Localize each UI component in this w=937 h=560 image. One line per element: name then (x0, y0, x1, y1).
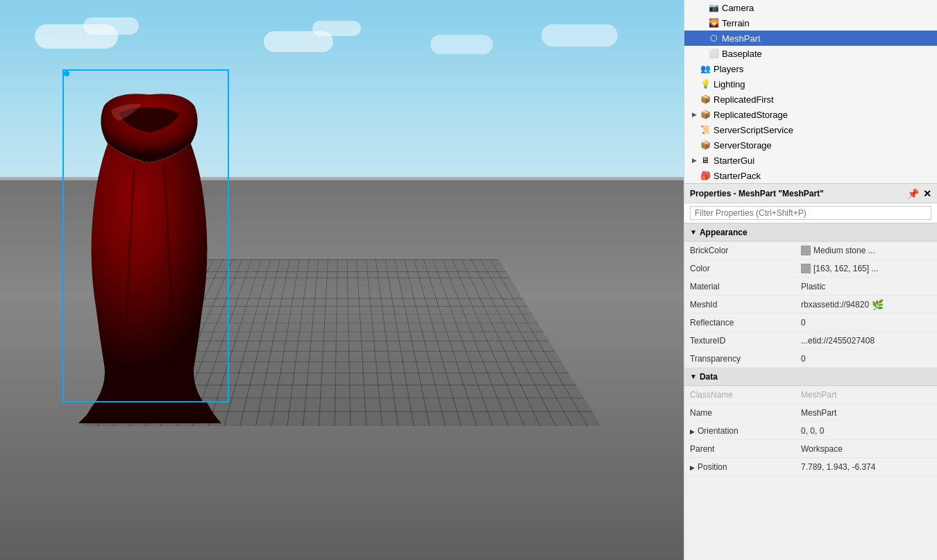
prop-value-text-meshid: rbxassetid://94820 (801, 300, 869, 309)
prop-name-parent: Parent (684, 444, 795, 454)
prop-value-classname[interactable]: MeshPart (795, 390, 937, 400)
expand-arrow-meshpart[interactable] (698, 34, 707, 42)
tree-item-serverscriptservice[interactable]: 📜ServerScriptService (684, 122, 937, 137)
expand-arrow-serverstorage[interactable] (690, 141, 698, 149)
prop-value-color[interactable]: [163, 162, 165] ... (795, 264, 937, 273)
prop-expand-arrow[interactable]: ▶ (690, 428, 695, 435)
tree-item-players[interactable]: 👥Players (684, 61, 937, 76)
prop-row-brickcolor[interactable]: BrickColorMedium stone ... (684, 241, 937, 260)
starterpack-icon: 🎒 (700, 170, 711, 181)
prop-value-reflectance[interactable]: 0 (795, 318, 937, 328)
replicatedstorage-icon: 📦 (700, 109, 711, 120)
asset-icon-meshid[interactable]: 🌿 (872, 299, 884, 310)
color-swatch-brickcolor (801, 246, 811, 255)
section-header-data[interactable]: ▼Data (684, 368, 937, 386)
filter-bar[interactable] (684, 203, 937, 223)
lighting-icon: 💡 (700, 78, 711, 90)
prop-row-position[interactable]: ▶Position7.789, 1.943, -6.374 (684, 458, 937, 476)
prop-row-parent[interactable]: ParentWorkspace (684, 440, 937, 458)
tree-item-replicatedstorage[interactable]: ▶📦ReplicatedStorage (684, 107, 937, 122)
prop-name-position: ▶Position (684, 462, 795, 472)
tree-item-meshpart[interactable]: ⬡MeshPart (684, 31, 937, 46)
prop-value-text-position: 7.789, 1.943, -6.374 (801, 462, 875, 472)
prop-value-position[interactable]: 7.789, 1.943, -6.374 (795, 462, 937, 472)
prop-row-textureid[interactable]: TextureID...etid://2455027408 (684, 332, 937, 350)
meshpart-label: MeshPart (722, 33, 761, 44)
expand-arrow-players[interactable] (690, 65, 698, 73)
prop-value-text-parent: Workspace (801, 444, 843, 454)
tree-item-terrain[interactable]: 🌄Terrain (684, 15, 937, 31)
expand-arrow-camera[interactable] (698, 3, 707, 12)
serverstorage-icon: 📦 (700, 139, 711, 151)
prop-row-orientation[interactable]: ▶Orientation0, 0, 0 (684, 422, 937, 440)
tree-item-startergui[interactable]: ▶🖥StarterGui (684, 153, 937, 168)
prop-row-name[interactable]: NameMeshPart (684, 404, 937, 422)
prop-value-transparency[interactable]: 0 (795, 354, 937, 364)
serverstorage-label: ServerStorage (714, 140, 772, 151)
prop-value-text-name: MeshPart (801, 408, 836, 418)
prop-name-name: Name (684, 408, 795, 418)
prop-name-orientation: ▶Orientation (684, 426, 795, 436)
tree-item-lighting[interactable]: 💡Lighting (684, 76, 937, 92)
prop-row-material[interactable]: MaterialPlastic (684, 278, 937, 296)
startergui-icon: 🖥 (700, 155, 711, 166)
prop-name-color: Color (684, 264, 795, 273)
camera-label: Camera (722, 3, 754, 13)
prop-row-classname[interactable]: ClassNameMeshPart (684, 386, 937, 404)
tree-item-baseplate[interactable]: ⬜Baseplate (684, 46, 937, 61)
close-icon[interactable]: ✕ (923, 188, 931, 199)
lighting-label: Lighting (714, 79, 745, 90)
prop-value-meshid[interactable]: rbxassetid://94820🌿 (795, 299, 937, 310)
expand-arrow-replicatedstorage[interactable]: ▶ (690, 110, 698, 119)
prop-value-orientation[interactable]: 0, 0, 0 (795, 426, 937, 436)
prop-row-meshid[interactable]: MeshIdrbxassetid://94820🌿 (684, 296, 937, 314)
terrain-icon: 🌄 (708, 17, 719, 28)
serverscriptservice-icon: 📜 (700, 124, 711, 135)
properties-panel: Properties - MeshPart "MeshPart" 📌 ✕ ▼Ap… (684, 184, 937, 560)
expand-arrow-terrain[interactable] (698, 19, 707, 27)
properties-header: Properties - MeshPart "MeshPart" 📌 ✕ (684, 184, 937, 203)
prop-expand-arrow[interactable]: ▶ (690, 464, 695, 471)
prop-value-textureid[interactable]: ...etid://2455027408 (795, 336, 937, 346)
section-label-appearance: Appearance (700, 228, 748, 237)
serverscriptservice-label: ServerScriptService (714, 125, 793, 135)
prop-value-brickcolor[interactable]: Medium stone ... (795, 246, 937, 255)
prop-value-material[interactable]: Plastic (795, 282, 937, 291)
prop-value-text-textureid: ...etid://2455027408 (801, 336, 875, 346)
tree-item-serverstorage[interactable]: 📦ServerStorage (684, 137, 937, 153)
properties-content[interactable]: ▼AppearanceBrickColorMedium stone ...Col… (684, 223, 937, 560)
section-label-data: Data (700, 372, 718, 382)
prop-value-name[interactable]: MeshPart (795, 408, 937, 418)
prop-value-text-material: Plastic (801, 282, 825, 291)
section-header-appearance[interactable]: ▼Appearance (684, 223, 937, 241)
prop-value-text-classname: MeshPart (801, 390, 836, 400)
starterpack-label: StarterPack (714, 171, 761, 181)
viewport-3d[interactable] (0, 0, 684, 560)
baseplate-label: Baseplate (722, 49, 762, 59)
expand-arrow-starterpack[interactable] (690, 171, 698, 180)
expand-arrow-serverscriptservice[interactable] (690, 126, 698, 134)
prop-value-text-orientation: 0, 0, 0 (801, 426, 824, 436)
properties-header-icons[interactable]: 📌 ✕ (907, 188, 931, 199)
replicatedstorage-label: ReplicatedStorage (714, 110, 788, 120)
expand-arrow-lighting[interactable] (690, 80, 698, 88)
prop-row-reflectance[interactable]: Reflectance0 (684, 314, 937, 332)
prop-name-transparency: Transparency (684, 354, 795, 364)
explorer-panel[interactable]: 📷Camera🌄Terrain⬡MeshPart⬜Baseplate👥Playe… (684, 0, 937, 184)
prop-row-color[interactable]: Color[163, 162, 165] ... (684, 260, 937, 278)
prop-value-parent[interactable]: Workspace (795, 444, 937, 454)
expand-arrow-startergui[interactable]: ▶ (690, 156, 698, 164)
camera-icon: 📷 (708, 2, 719, 13)
expand-arrow-baseplate[interactable] (698, 49, 707, 58)
filter-input[interactable] (690, 206, 931, 220)
tree-item-camera[interactable]: 📷Camera (684, 0, 937, 15)
expand-arrow-replicatedfirst[interactable] (690, 95, 698, 103)
meshpart-figure (56, 69, 236, 416)
prop-row-transparency[interactable]: Transparency0 (684, 350, 937, 368)
pin-icon[interactable]: 📌 (907, 188, 919, 199)
tree-item-replicatedfirst[interactable]: 📦ReplicatedFirst (684, 92, 937, 107)
startergui-label: StarterGui (714, 155, 754, 166)
prop-name-reflectance: Reflectance (684, 318, 795, 328)
properties-title: Properties - MeshPart "MeshPart" (690, 189, 824, 198)
tree-item-starterpack[interactable]: 🎒StarterPack (684, 168, 937, 183)
